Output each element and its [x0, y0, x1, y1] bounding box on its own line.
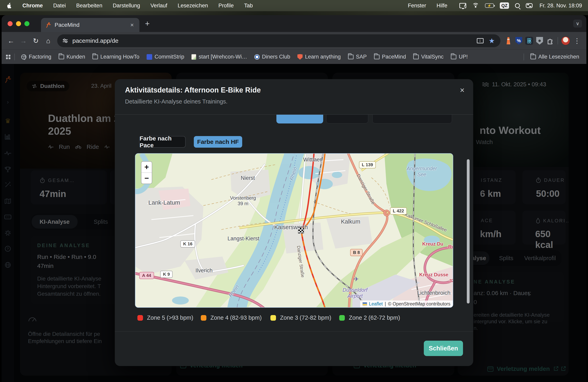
folder-icon: [530, 55, 536, 59]
extension-lighthouse-icon[interactable]: [504, 36, 513, 45]
extensions-puzzle-icon[interactable]: [546, 36, 554, 45]
bookmark-icon: [374, 55, 379, 59]
menubar-clock[interactable]: Fr. 28. Nov. 18:09: [539, 3, 582, 9]
scrolled-tab-pills: [115, 115, 473, 124]
bookmark-item[interactable]: CommitStrip: [144, 53, 187, 61]
close-window-button[interactable]: [8, 21, 13, 26]
apps-grid-icon[interactable]: [6, 55, 10, 59]
bookmark-icon: [59, 55, 64, 59]
bookmark-item[interactable]: PaceMind: [371, 53, 409, 61]
bookmark-item[interactable]: Diners Club: [252, 53, 293, 61]
menubar-items-right: FensterHilfe: [403, 3, 453, 9]
screen: ChromeDateiBearbeitenDarstellungVerlaufL…: [0, 0, 588, 382]
finish-flag-marker[interactable]: [298, 228, 304, 233]
back-button[interactable]: ←: [6, 35, 16, 46]
new-tab-button[interactable]: +: [145, 19, 150, 28]
leaflet-link[interactable]: Leaflet: [369, 301, 383, 307]
forward-button[interactable]: →: [18, 35, 29, 46]
tab-title: PaceMind: [55, 22, 129, 28]
apple-icon[interactable]: [7, 3, 12, 9]
bookmark-icon: [254, 54, 260, 59]
bookmark-item[interactable]: UP!: [448, 53, 471, 61]
battery-charging-icon[interactable]: ⚡: [485, 3, 494, 8]
bookmark-icon: [191, 54, 196, 60]
bookmark-icon: [413, 55, 419, 59]
map-attribution: Leaflet | © OpenStreetMap contributors: [360, 301, 453, 307]
fullscreen-window-button[interactable]: [24, 21, 29, 26]
all-bookmarks-button[interactable]: Alle Lesezeichen: [528, 53, 582, 61]
browser-toolbar: ← → ↻ ⌂ pacemind.app/de ★ %: [1, 32, 587, 50]
bookmark-icon: [21, 54, 26, 59]
map-label: Düsseldorf: [343, 287, 367, 293]
menubar-items: ChromeDateiBearbeitenDarstellungVerlaufL…: [17, 3, 258, 9]
url-text[interactable]: pacemind.app/de: [72, 37, 477, 44]
extension-privacy-shield-icon[interactable]: [535, 36, 544, 45]
osm-link[interactable]: © OpenStreetMap contributors: [388, 301, 450, 307]
road-badge: B 8: [350, 249, 363, 256]
reload-button[interactable]: ↻: [30, 35, 41, 46]
activity-details-modal: Aktivitätsdetails: Afternoon E-Bike Ride…: [115, 79, 473, 366]
menu-item[interactable]: Bearbeiten: [71, 3, 108, 9]
map-label: Langst-Kierst: [227, 236, 259, 242]
menu-item[interactable]: Tab: [239, 3, 258, 9]
route-map[interactable]: WittlaerNierstLank-LatumVorstenberg39 mL…: [135, 153, 453, 308]
modal-close-icon[interactable]: ×: [457, 85, 467, 95]
modal-scrollbar-thumb[interactable]: [467, 159, 470, 304]
menu-item[interactable]: Darstellung: [108, 3, 146, 9]
zone-color-swatch: [339, 315, 345, 321]
map-label: Vorstenberg: [230, 195, 256, 201]
control-center-icon[interactable]: [526, 3, 533, 8]
map-label: ✈: [354, 275, 359, 283]
close-modal-button[interactable]: Schließen: [424, 341, 463, 356]
profile-avatar[interactable]: [561, 36, 570, 45]
legend-item: Zone 2 (62-72 bpm): [339, 314, 400, 321]
menu-item[interactable]: Hilfe: [431, 3, 453, 9]
screen-mirroring-icon[interactable]: [459, 3, 466, 8]
address-bar[interactable]: pacemind.app/de ★: [57, 34, 500, 47]
menu-item[interactable]: Fenster: [403, 3, 431, 9]
window-controls: [8, 21, 29, 26]
bookmark-icon: [147, 54, 152, 60]
color-by-hf-button[interactable]: Farbe nach HF: [194, 136, 242, 148]
browser-tab[interactable]: PaceMind ×: [41, 18, 139, 32]
bookmark-item[interactable]: start [Wrehcon-Wi…: [189, 53, 250, 61]
bookmark-item[interactable]: SAP: [345, 53, 370, 61]
zone-color-swatch: [201, 315, 206, 321]
chrome-menu-icon[interactable]: ⋮: [572, 37, 582, 45]
menu-item[interactable]: Profile: [213, 3, 239, 9]
active-view-pill[interactable]: [276, 115, 323, 123]
minimize-window-button[interactable]: [16, 21, 21, 26]
legend-item: Zone 5 (>93 bpm): [137, 314, 193, 321]
zoom-out-button[interactable]: −: [141, 173, 152, 184]
menu-item[interactable]: Lesezeichen: [172, 3, 213, 9]
bookmark-star-icon[interactable]: ★: [489, 37, 495, 45]
tab-search-chevron-icon[interactable]: ∨: [573, 19, 582, 28]
tab-close-icon[interactable]: ×: [129, 21, 135, 28]
bookmark-item[interactable]: Kunden: [56, 53, 88, 61]
bookmark-item[interactable]: VitalSync: [410, 53, 446, 61]
bookmark-item[interactable]: Learn anything: [294, 53, 344, 61]
extension-percent-shield-icon[interactable]: %: [514, 36, 523, 45]
install-app-icon[interactable]: [477, 38, 483, 43]
extension-react-devtools-icon[interactable]: [525, 36, 534, 45]
color-by-pace-button[interactable]: Farbe nach Pace: [139, 136, 186, 148]
menu-item[interactable]: Datei: [48, 3, 71, 9]
wifi-icon[interactable]: [472, 3, 479, 8]
legend-item: Zone 3 (72-82 bpm): [270, 314, 331, 321]
spotlight-search-icon[interactable]: [515, 3, 520, 8]
map-label: Lank-Latum: [148, 199, 180, 206]
menu-item[interactable]: Chrome: [17, 3, 48, 9]
menu-item[interactable]: Verlauf: [145, 3, 172, 9]
qz-menu-icon[interactable]: QZ: [500, 2, 509, 9]
bookmark-item[interactable]: Learning HowTo: [90, 53, 142, 61]
bookmark-icon: [297, 54, 303, 60]
bookmark-item[interactable]: Factoring: [18, 53, 54, 61]
home-button[interactable]: ⌂: [43, 35, 54, 46]
view-pill-3[interactable]: [372, 115, 452, 123]
map-label: Ro: [448, 244, 453, 249]
view-pill-2[interactable]: [326, 115, 368, 123]
modal-subtitle: Detaillierte KI-Analyse deines Trainings…: [125, 98, 228, 105]
map-label: Airport: [347, 293, 363, 299]
zoom-in-button[interactable]: +: [141, 162, 152, 172]
site-settings-icon[interactable]: [61, 37, 69, 45]
